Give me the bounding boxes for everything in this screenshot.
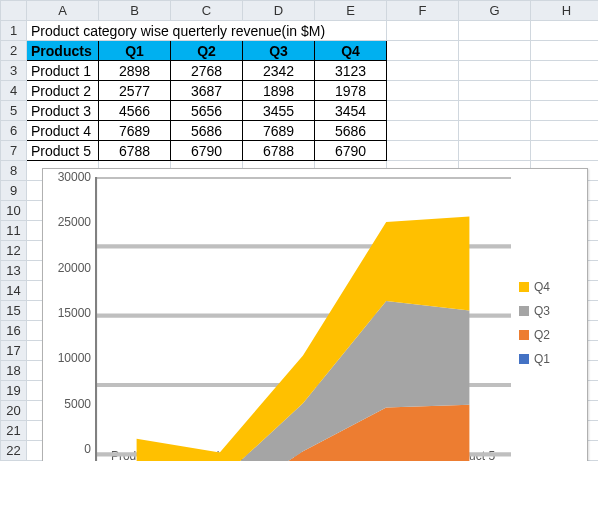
cell[interactable]: Product 3 bbox=[27, 101, 99, 121]
col-header[interactable]: B bbox=[99, 1, 171, 21]
cell[interactable]: 5686 bbox=[171, 121, 243, 141]
row-header[interactable]: 21 bbox=[1, 421, 27, 441]
cell[interactable]: Product 4 bbox=[27, 121, 99, 141]
cell[interactable] bbox=[531, 41, 599, 61]
cell[interactable] bbox=[459, 21, 531, 41]
col-header[interactable]: C bbox=[171, 1, 243, 21]
legend-label: Q3 bbox=[534, 304, 550, 318]
cell[interactable]: 2577 bbox=[99, 81, 171, 101]
cell[interactable]: 6788 bbox=[99, 141, 171, 161]
cell[interactable]: Product category wise querterly revenue(… bbox=[27, 21, 387, 41]
cell[interactable]: 3455 bbox=[243, 101, 315, 121]
row-header[interactable]: 14 bbox=[1, 281, 27, 301]
cell[interactable]: 6788 bbox=[243, 141, 315, 161]
cell[interactable]: 2768 bbox=[171, 61, 243, 81]
y-tick-label: 25000 bbox=[58, 215, 91, 229]
cell[interactable] bbox=[531, 81, 599, 101]
legend-item: Q3 bbox=[519, 304, 579, 318]
cell[interactable] bbox=[531, 101, 599, 121]
legend-swatch bbox=[519, 354, 529, 364]
cell[interactable]: 3123 bbox=[315, 61, 387, 81]
cell[interactable]: Product 2 bbox=[27, 81, 99, 101]
row-header[interactable]: 2 bbox=[1, 41, 27, 61]
cell[interactable]: 3454 bbox=[315, 101, 387, 121]
row-header[interactable]: 5 bbox=[1, 101, 27, 121]
cell[interactable] bbox=[387, 81, 459, 101]
cell[interactable]: 5656 bbox=[171, 101, 243, 121]
row-header[interactable]: 8 bbox=[1, 161, 27, 181]
row-header[interactable]: 19 bbox=[1, 381, 27, 401]
col-header[interactable]: H bbox=[531, 1, 599, 21]
chart-legend: Q4 Q3 Q2 Q1 bbox=[511, 177, 579, 461]
row-header[interactable]: 22 bbox=[1, 441, 27, 461]
cell[interactable] bbox=[387, 141, 459, 161]
cell[interactable] bbox=[387, 121, 459, 141]
cell[interactable]: Product 5 bbox=[27, 141, 99, 161]
row-header[interactable]: 17 bbox=[1, 341, 27, 361]
row-header[interactable]: 4 bbox=[1, 81, 27, 101]
spreadsheet: A B C D E F G H 1Product category wise q… bbox=[0, 0, 598, 461]
cell[interactable]: Q1 bbox=[99, 41, 171, 61]
cell[interactable] bbox=[531, 141, 599, 161]
cell[interactable]: 3687 bbox=[171, 81, 243, 101]
row-header[interactable]: 6 bbox=[1, 121, 27, 141]
col-header[interactable]: A bbox=[27, 1, 99, 21]
cell[interactable]: Q4 bbox=[315, 41, 387, 61]
cell[interactable]: 6790 bbox=[171, 141, 243, 161]
y-tick-label: 15000 bbox=[58, 306, 91, 320]
select-all-corner[interactable] bbox=[1, 1, 27, 21]
legend-label: Q1 bbox=[534, 352, 550, 366]
y-tick-label: 30000 bbox=[58, 170, 91, 184]
legend-item: Q2 bbox=[519, 328, 579, 342]
cell[interactable]: 5686 bbox=[315, 121, 387, 141]
col-header[interactable]: F bbox=[387, 1, 459, 21]
cell[interactable]: Q3 bbox=[243, 41, 315, 61]
cell[interactable]: 7689 bbox=[243, 121, 315, 141]
cell[interactable] bbox=[459, 101, 531, 121]
row-header[interactable]: 1 bbox=[1, 21, 27, 41]
cell[interactable]: 1978 bbox=[315, 81, 387, 101]
cell[interactable] bbox=[459, 141, 531, 161]
y-tick-label: 5000 bbox=[64, 397, 91, 411]
cell[interactable]: 7689 bbox=[99, 121, 171, 141]
row-header[interactable]: 7 bbox=[1, 141, 27, 161]
cell[interactable] bbox=[459, 61, 531, 81]
row-header[interactable]: 16 bbox=[1, 321, 27, 341]
cell[interactable] bbox=[387, 61, 459, 81]
col-header[interactable]: D bbox=[243, 1, 315, 21]
cell[interactable] bbox=[387, 101, 459, 121]
cell[interactable]: 4566 bbox=[99, 101, 171, 121]
row-header[interactable]: 10 bbox=[1, 201, 27, 221]
cell[interactable] bbox=[387, 41, 459, 61]
y-tick-label: 0 bbox=[84, 442, 91, 456]
row-header[interactable]: 3 bbox=[1, 61, 27, 81]
cell[interactable] bbox=[531, 121, 599, 141]
col-header[interactable]: E bbox=[315, 1, 387, 21]
row-header[interactable]: 20 bbox=[1, 401, 27, 421]
legend-item: Q1 bbox=[519, 352, 579, 366]
row-header[interactable]: 9 bbox=[1, 181, 27, 201]
cell[interactable] bbox=[459, 121, 531, 141]
row-header[interactable]: 15 bbox=[1, 301, 27, 321]
row-header[interactable]: 13 bbox=[1, 261, 27, 281]
cell[interactable] bbox=[387, 21, 459, 41]
cell[interactable]: Products bbox=[27, 41, 99, 61]
col-header[interactable]: G bbox=[459, 1, 531, 21]
cell[interactable]: 2342 bbox=[243, 61, 315, 81]
legend-swatch bbox=[519, 282, 529, 292]
cell[interactable] bbox=[531, 61, 599, 81]
cell[interactable]: 2898 bbox=[99, 61, 171, 81]
cell[interactable]: 6790 bbox=[315, 141, 387, 161]
stacked-area-chart[interactable]: 050001000015000200002500030000 Product 1… bbox=[42, 168, 588, 461]
y-tick-label: 20000 bbox=[58, 261, 91, 275]
cell[interactable] bbox=[459, 41, 531, 61]
cell[interactable]: 1898 bbox=[243, 81, 315, 101]
cell[interactable]: Q2 bbox=[171, 41, 243, 61]
cell[interactable] bbox=[531, 21, 599, 41]
legend-item: Q4 bbox=[519, 280, 579, 294]
row-header[interactable]: 12 bbox=[1, 241, 27, 261]
row-header[interactable]: 18 bbox=[1, 361, 27, 381]
cell[interactable]: Product 1 bbox=[27, 61, 99, 81]
cell[interactable] bbox=[459, 81, 531, 101]
row-header[interactable]: 11 bbox=[1, 221, 27, 241]
